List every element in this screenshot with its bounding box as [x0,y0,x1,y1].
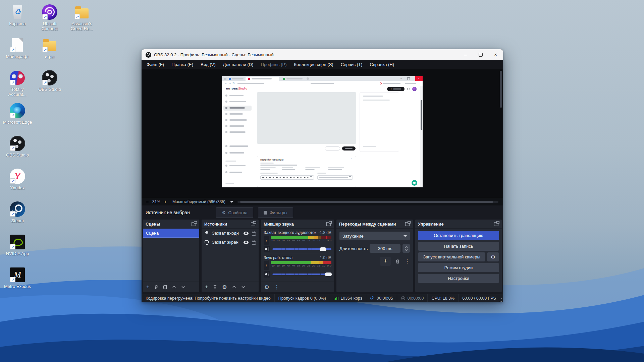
source-item[interactable]: Захват экран [202,238,259,247]
popout-icon[interactable] [494,222,498,226]
visibility-eye-icon[interactable] [244,232,249,235]
menu-item[interactable]: Справка (H) [366,60,398,69]
properties-button[interactable]: ⚙ Свойства [216,207,253,218]
mock-stream-key-field [260,175,314,180]
preview-horizontal-scrollbar[interactable] [237,201,498,203]
desktop-icon[interactable]: ↗ Metro Exodus [2,265,33,298]
chevron-down-icon[interactable] [405,249,408,251]
move-source-down-button[interactable] [241,286,245,288]
controls-body: Остановить трансляцию Начать запись Запу… [415,229,502,292]
channel-menu-button[interactable]: ⋮ [264,261,269,270]
visibility-eye-icon[interactable] [244,241,249,244]
filters-button[interactable]: Фильтры [258,207,293,218]
duration-spinbox[interactable]: 300 ms [370,244,400,253]
mute-button[interactable] [264,271,270,278]
lock-icon[interactable] [252,232,256,236]
controls-panel-header[interactable]: Управление [415,220,502,229]
menu-item[interactable]: Профиль (P) [257,60,290,69]
desktop-icon[interactable]: ↗ Assassin's Creed Re... [66,2,97,35]
virtual-camera-settings-button[interactable]: ⚙ [487,252,499,261]
remove-scene-button[interactable] [154,285,158,289]
preview-canvas[interactable]: – × ← → ↻ RUTUBE Studio + [222,76,423,187]
desktop-icon[interactable]: ↗ Steam [2,199,33,232]
settings-button[interactable]: Настройки [418,274,499,283]
preview-vertical-scrollbar[interactable] [500,71,502,196]
source-item[interactable]: Захват входн [202,229,259,238]
popout-icon[interactable] [326,222,331,226]
maximize-button[interactable] [473,49,488,60]
mute-button[interactable] [264,246,270,252]
mock-tab-title [286,78,303,79]
move-scene-down-button[interactable] [181,286,185,288]
desktop-icon[interactable]: ↗ Yandex [2,166,33,199]
resize-grip[interactable] [500,296,502,301]
zoom-in-button[interactable]: + [162,199,168,204]
volume-slider[interactable] [272,271,331,278]
stop-streaming-button[interactable]: Остановить трансляцию [418,231,499,240]
volume-slider[interactable] [272,246,331,252]
scene-item[interactable]: Сцена [143,229,199,238]
scrollbar-thumb[interactable] [240,201,493,203]
mixer-panel-header[interactable]: Микшер звука [261,220,334,229]
studio-mode-button[interactable]: Режим студии [418,263,499,272]
menu-item[interactable]: Сервис (T) [337,60,366,69]
scene-filters-button[interactable] [163,285,167,289]
menu-item[interactable]: Файл (F) [143,60,168,69]
transition-menu-button[interactable]: ⋮ [405,258,410,264]
add-transition-button[interactable]: + [380,257,391,266]
desktop-icon[interactable]: ↗ Майнкрафт [2,35,33,68]
chevron-up-icon[interactable] [405,246,408,248]
chevron-down-icon[interactable] [230,201,233,204]
popout-icon[interactable] [251,222,255,226]
scrollbar-thumb[interactable] [500,71,502,108]
sources-panel-header[interactable]: Источники [202,220,259,229]
slider-handle[interactable] [325,273,332,276]
slider-handle[interactable] [320,247,326,251]
mixer-menu-button[interactable]: ⋮ [274,284,279,290]
scale-mode-label[interactable]: Масштабируемый (596x335) [172,199,225,204]
transitions-panel-header[interactable]: Переходы между сценами [336,220,413,229]
move-scene-up-button[interactable] [172,286,176,288]
scenes-list[interactable]: Сцена [143,229,199,282]
encoder-warning: Кодировка перегружена! Попробуйте понизи… [142,294,274,302]
scenes-panel-header[interactable]: Сцены [143,220,199,229]
add-source-button[interactable]: + [205,284,208,290]
zoom-out-button[interactable]: − [144,199,150,204]
start-recording-button[interactable]: Начать запись [418,242,499,251]
menu-item[interactable]: Док-панели (D) [219,60,257,69]
popout-icon[interactable] [192,222,196,226]
duration-spinner-arrows[interactable] [402,244,410,253]
close-button[interactable]: × [488,49,503,60]
remove-transition-button[interactable] [395,259,400,264]
add-scene-button[interactable]: + [146,284,149,290]
source-properties-button[interactable]: ⚙ [222,284,227,290]
virtual-camera-button[interactable]: Запуск виртуальной камеры [418,252,485,261]
remove-source-button[interactable] [213,285,217,289]
lock-icon[interactable] [252,241,256,245]
preview-area[interactable]: – × ← → ↻ RUTUBE Studio + [142,69,503,198]
sources-list[interactable]: Захват входн Захват экран [202,229,259,282]
desktop-icon[interactable]: ↗ Microsoft Edge [2,101,33,133]
menu-item[interactable]: Правка (E) [168,60,197,69]
transition-dropdown[interactable]: Затухание [339,232,410,240]
desktop-icon-image: ↗ [42,70,58,86]
menu-item[interactable]: Коллекция сцен (S) [290,60,337,69]
desktop-icon[interactable]: ↗ Корзина [2,2,33,35]
window-titlebar[interactable]: OBS 32.0.2 - Профиль: Безымянный - Сцены… [142,49,503,60]
mock-sidebar-icon [225,101,227,103]
meter-tick-label: -10 [321,264,325,267]
mock-field-label [260,173,278,174]
menu-item[interactable]: Вид (V) [197,60,219,69]
desktop-icon[interactable]: ↗ Totally Accurat... [2,68,33,101]
desktop-icon[interactable]: ↗ Ubisoft Connect [34,2,65,35]
desktop-icon[interactable]: ↗ NVIDIA App [2,232,33,265]
channel-menu-button[interactable]: ⋮ [264,236,269,245]
minimize-button[interactable]: – [458,49,473,60]
advanced-audio-button[interactable]: ⚙ [264,284,269,290]
move-source-up-button[interactable] [232,286,236,288]
desktop-icon[interactable]: ↗ игры [34,35,65,68]
popout-icon[interactable] [405,222,410,226]
mock-sidebar-footer [225,183,234,184]
desktop-icon[interactable]: ↗ OBS Studio [34,68,65,101]
desktop-icon[interactable]: ↗ OBS Studio [2,133,33,166]
